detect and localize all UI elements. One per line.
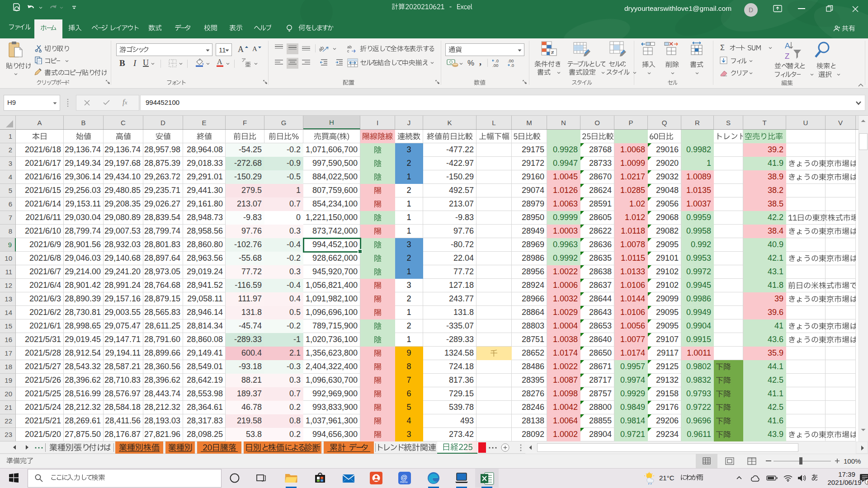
svg-text:U: U — [143, 58, 149, 67]
svg-text:A: A — [217, 58, 222, 66]
svg-text:I: I — [133, 58, 137, 68]
svg-text:A: A — [252, 45, 257, 52]
svg-text:≠: ≠ — [551, 49, 554, 56]
svg-text:c: c — [347, 49, 349, 53]
svg-text:ab: ab — [319, 45, 325, 52]
svg-text:.00: .00 — [492, 63, 498, 68]
svg-text:Σ: Σ — [720, 44, 725, 52]
svg-text:,: , — [479, 58, 481, 66]
svg-text:menu: menu — [400, 480, 408, 483]
svg-text:A: A — [785, 42, 790, 50]
svg-text:Z: Z — [785, 52, 789, 61]
svg-text:.0: .0 — [510, 63, 514, 68]
svg-text:%: % — [467, 59, 474, 67]
svg-text:A: A — [238, 45, 244, 54]
svg-text:B: B — [119, 58, 125, 68]
